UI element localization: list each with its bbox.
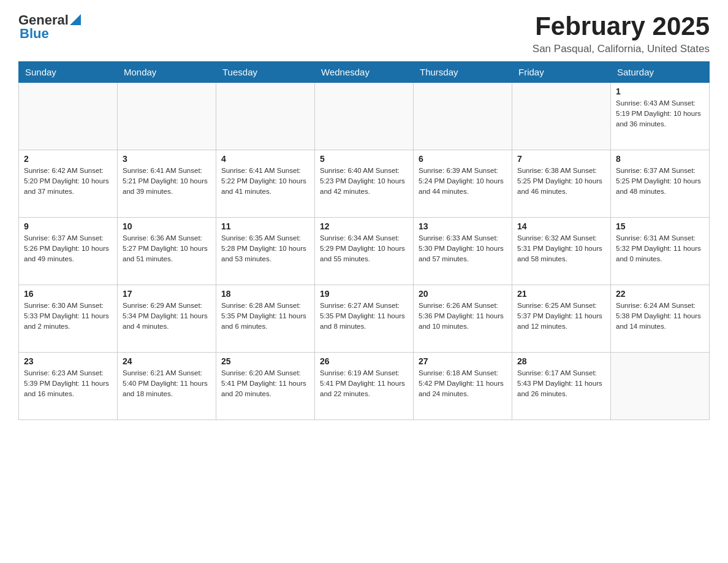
- day-number: 23: [24, 356, 112, 366]
- day-number: 17: [123, 289, 211, 299]
- calendar-cell: 7Sunrise: 6:38 AM Sunset: 5:25 PM Daylig…: [512, 150, 611, 218]
- calendar-header-row: SundayMondayTuesdayWednesdayThursdayFrid…: [19, 62, 710, 83]
- day-number: 4: [221, 154, 309, 164]
- day-info: Sunrise: 6:24 AM Sunset: 5:38 PM Dayligh…: [616, 301, 704, 331]
- col-header-friday: Friday: [512, 62, 611, 83]
- day-number: 21: [517, 289, 605, 299]
- day-number: 5: [320, 154, 408, 164]
- calendar-cell: [118, 83, 216, 150]
- calendar-cell: [216, 83, 315, 150]
- day-number: 27: [419, 356, 507, 366]
- day-number: 24: [123, 356, 211, 366]
- calendar-cell: 24Sunrise: 6:21 AM Sunset: 5:40 PM Dayli…: [118, 353, 216, 420]
- logo: General Blue: [18, 12, 81, 42]
- day-number: 7: [517, 154, 605, 164]
- day-info: Sunrise: 6:35 AM Sunset: 5:28 PM Dayligh…: [221, 233, 309, 264]
- day-info: Sunrise: 6:42 AM Sunset: 5:20 PM Dayligh…: [24, 166, 112, 196]
- logo-blue-text: Blue: [20, 26, 49, 42]
- day-number: 12: [320, 221, 408, 231]
- calendar-cell: 23Sunrise: 6:23 AM Sunset: 5:39 PM Dayli…: [19, 353, 118, 420]
- day-number: 22: [616, 289, 704, 299]
- month-title: February 2025: [533, 12, 710, 40]
- calendar-cell: 27Sunrise: 6:18 AM Sunset: 5:42 PM Dayli…: [414, 353, 512, 420]
- day-info: Sunrise: 6:23 AM Sunset: 5:39 PM Dayligh…: [24, 368, 112, 399]
- day-info: Sunrise: 6:26 AM Sunset: 5:36 PM Dayligh…: [419, 301, 507, 331]
- day-number: 14: [517, 221, 605, 231]
- calendar-cell: [19, 83, 118, 150]
- day-number: 11: [221, 221, 309, 231]
- calendar-cell: [611, 353, 710, 420]
- day-info: Sunrise: 6:40 AM Sunset: 5:23 PM Dayligh…: [320, 166, 408, 196]
- calendar-cell: 28Sunrise: 6:17 AM Sunset: 5:43 PM Dayli…: [512, 353, 611, 420]
- day-info: Sunrise: 6:37 AM Sunset: 5:26 PM Dayligh…: [24, 233, 112, 264]
- day-number: 13: [419, 221, 507, 231]
- day-number: 1: [616, 86, 704, 96]
- day-number: 18: [221, 289, 309, 299]
- day-number: 16: [24, 289, 112, 299]
- day-info: Sunrise: 6:28 AM Sunset: 5:35 PM Dayligh…: [221, 301, 309, 331]
- day-number: 25: [221, 356, 309, 366]
- svg-marker-0: [70, 14, 81, 25]
- calendar-cell: 12Sunrise: 6:34 AM Sunset: 5:29 PM Dayli…: [315, 218, 414, 285]
- calendar-cell: 5Sunrise: 6:40 AM Sunset: 5:23 PM Daylig…: [315, 150, 414, 218]
- col-header-wednesday: Wednesday: [315, 62, 414, 83]
- calendar-cell: [414, 83, 512, 150]
- day-info: Sunrise: 6:30 AM Sunset: 5:33 PM Dayligh…: [24, 301, 112, 331]
- day-info: Sunrise: 6:17 AM Sunset: 5:43 PM Dayligh…: [517, 368, 605, 399]
- col-header-monday: Monday: [118, 62, 216, 83]
- calendar-cell: 18Sunrise: 6:28 AM Sunset: 5:35 PM Dayli…: [216, 285, 315, 353]
- day-number: 9: [24, 221, 112, 231]
- day-info: Sunrise: 6:32 AM Sunset: 5:31 PM Dayligh…: [517, 233, 605, 264]
- calendar-cell: 20Sunrise: 6:26 AM Sunset: 5:36 PM Dayli…: [414, 285, 512, 353]
- header-right: February 2025 San Pasqual, California, U…: [533, 12, 710, 55]
- calendar-cell: [512, 83, 611, 150]
- day-info: Sunrise: 6:31 AM Sunset: 5:32 PM Dayligh…: [616, 233, 704, 264]
- calendar-cell: 6Sunrise: 6:39 AM Sunset: 5:24 PM Daylig…: [414, 150, 512, 218]
- day-number: 6: [419, 154, 507, 164]
- day-info: Sunrise: 6:21 AM Sunset: 5:40 PM Dayligh…: [123, 368, 211, 399]
- calendar-week-row: 23Sunrise: 6:23 AM Sunset: 5:39 PM Dayli…: [19, 353, 710, 420]
- col-header-tuesday: Tuesday: [216, 62, 315, 83]
- calendar-cell: [315, 83, 414, 150]
- day-number: 15: [616, 221, 704, 231]
- location: San Pasqual, California, United States: [533, 43, 710, 55]
- calendar-cell: 14Sunrise: 6:32 AM Sunset: 5:31 PM Dayli…: [512, 218, 611, 285]
- page-header: General Blue February 2025 San Pasqual, …: [18, 12, 710, 55]
- day-info: Sunrise: 6:38 AM Sunset: 5:25 PM Dayligh…: [517, 166, 605, 196]
- calendar-cell: 21Sunrise: 6:25 AM Sunset: 5:37 PM Dayli…: [512, 285, 611, 353]
- calendar-cell: 15Sunrise: 6:31 AM Sunset: 5:32 PM Dayli…: [611, 218, 710, 285]
- day-number: 20: [419, 289, 507, 299]
- calendar-cell: 19Sunrise: 6:27 AM Sunset: 5:35 PM Dayli…: [315, 285, 414, 353]
- day-info: Sunrise: 6:43 AM Sunset: 5:19 PM Dayligh…: [616, 98, 704, 129]
- day-number: 3: [123, 154, 211, 164]
- calendar-cell: 8Sunrise: 6:37 AM Sunset: 5:25 PM Daylig…: [611, 150, 710, 218]
- day-info: Sunrise: 6:18 AM Sunset: 5:42 PM Dayligh…: [419, 368, 507, 399]
- calendar-cell: 3Sunrise: 6:41 AM Sunset: 5:21 PM Daylig…: [118, 150, 216, 218]
- calendar-cell: 13Sunrise: 6:33 AM Sunset: 5:30 PM Dayli…: [414, 218, 512, 285]
- calendar-cell: 26Sunrise: 6:19 AM Sunset: 5:41 PM Dayli…: [315, 353, 414, 420]
- day-number: 26: [320, 356, 408, 366]
- calendar-week-row: 1Sunrise: 6:43 AM Sunset: 5:19 PM Daylig…: [19, 83, 710, 150]
- day-info: Sunrise: 6:19 AM Sunset: 5:41 PM Dayligh…: [320, 368, 408, 399]
- day-info: Sunrise: 6:20 AM Sunset: 5:41 PM Dayligh…: [221, 368, 309, 399]
- calendar-cell: 25Sunrise: 6:20 AM Sunset: 5:41 PM Dayli…: [216, 353, 315, 420]
- day-info: Sunrise: 6:39 AM Sunset: 5:24 PM Dayligh…: [419, 166, 507, 196]
- day-number: 2: [24, 154, 112, 164]
- day-info: Sunrise: 6:25 AM Sunset: 5:37 PM Dayligh…: [517, 301, 605, 331]
- col-header-sunday: Sunday: [19, 62, 118, 83]
- day-number: 8: [616, 154, 704, 164]
- logo-triangle-icon: [70, 14, 81, 25]
- calendar-cell: 10Sunrise: 6:36 AM Sunset: 5:27 PM Dayli…: [118, 218, 216, 285]
- calendar-cell: 9Sunrise: 6:37 AM Sunset: 5:26 PM Daylig…: [19, 218, 118, 285]
- day-info: Sunrise: 6:41 AM Sunset: 5:21 PM Dayligh…: [123, 166, 211, 196]
- calendar-cell: 2Sunrise: 6:42 AM Sunset: 5:20 PM Daylig…: [19, 150, 118, 218]
- day-info: Sunrise: 6:37 AM Sunset: 5:25 PM Dayligh…: [616, 166, 704, 196]
- day-info: Sunrise: 6:36 AM Sunset: 5:27 PM Dayligh…: [123, 233, 211, 264]
- day-info: Sunrise: 6:27 AM Sunset: 5:35 PM Dayligh…: [320, 301, 408, 331]
- calendar-cell: 1Sunrise: 6:43 AM Sunset: 5:19 PM Daylig…: [611, 83, 710, 150]
- calendar-cell: 17Sunrise: 6:29 AM Sunset: 5:34 PM Dayli…: [118, 285, 216, 353]
- day-number: 10: [123, 221, 211, 231]
- day-info: Sunrise: 6:41 AM Sunset: 5:22 PM Dayligh…: [221, 166, 309, 196]
- calendar-table: SundayMondayTuesdayWednesdayThursdayFrid…: [18, 61, 710, 420]
- day-number: 28: [517, 356, 605, 366]
